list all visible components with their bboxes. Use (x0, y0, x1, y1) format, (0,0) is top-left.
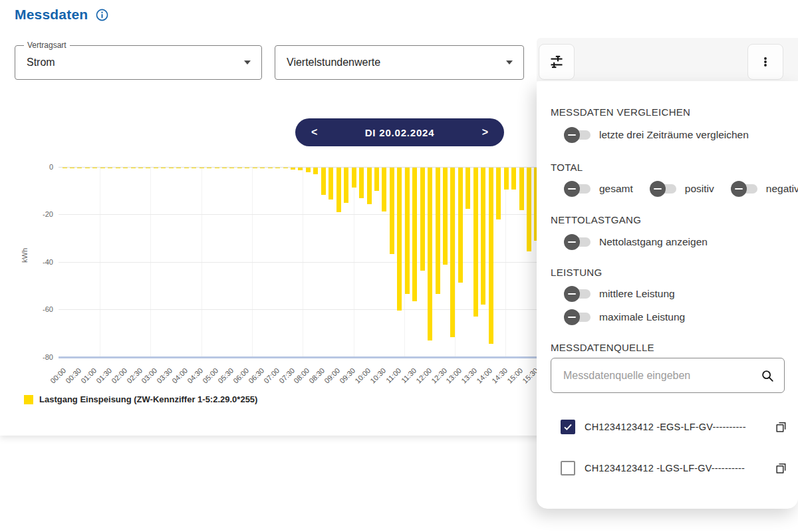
chart-bar[interactable] (420, 168, 425, 271)
chart-bar[interactable] (253, 168, 257, 168)
chart-bar[interactable] (436, 168, 440, 295)
chart-bar[interactable] (443, 168, 448, 265)
chart-bar[interactable] (466, 168, 470, 209)
y-tick-label: -60 (31, 305, 53, 313)
chart-bar[interactable] (321, 168, 326, 195)
chart-bar[interactable] (382, 168, 386, 211)
chart-bar[interactable] (291, 168, 295, 170)
more-options-button[interactable] (747, 44, 783, 80)
chart-bar[interactable] (283, 168, 288, 168)
chart-bar[interactable] (397, 168, 402, 311)
chart-bar[interactable] (527, 168, 531, 252)
toggle-row-mittlere-leistung[interactable]: mittlere Leistung (564, 286, 675, 302)
toggle-row-nettolastgang-anzeigen[interactable]: Nettolastgang anzeigen (564, 234, 708, 250)
chart-bar[interactable] (85, 168, 90, 168)
toggle-row-maximale-leistung[interactable]: maximale Leistung (564, 309, 685, 325)
chart-bar[interactable] (458, 168, 463, 283)
chart-bar[interactable] (245, 168, 249, 168)
y-tick-label: -80 (31, 353, 53, 361)
messdaten-page: Messdaten Vertragsart Strom Viertelstund… (0, 0, 798, 532)
toggle-switch-icon[interactable] (564, 181, 591, 197)
toggle-row-positiv[interactable]: positiv (650, 181, 714, 197)
chart-bar[interactable] (100, 168, 105, 168)
chart-bar[interactable] (92, 168, 97, 168)
toggle-switch-icon[interactable] (650, 181, 676, 197)
chart-bar[interactable] (481, 168, 485, 305)
source-label: CH1234123412 -LGS-LF-GV---------- (585, 463, 774, 473)
chart-bar[interactable] (108, 168, 112, 168)
chart-bar[interactable] (352, 168, 356, 188)
chart-bar[interactable] (275, 168, 280, 168)
chart-bar[interactable] (428, 168, 432, 341)
chart-bar[interactable] (154, 168, 158, 168)
chart-bar[interactable] (237, 168, 242, 168)
chart-bar[interactable] (123, 168, 128, 168)
page-title: Messdaten (15, 7, 88, 23)
chart-bar[interactable] (229, 168, 234, 168)
chart-bar[interactable] (511, 168, 516, 190)
chart-bar[interactable] (306, 168, 311, 172)
toggle-switch-icon[interactable] (564, 286, 591, 302)
copy-icon[interactable] (774, 420, 787, 434)
chart-bar[interactable] (412, 168, 417, 302)
chart-bar[interactable] (215, 168, 219, 168)
interval-select[interactable]: Viertelstundenwerte (275, 45, 524, 80)
chart-bar[interactable] (116, 168, 120, 168)
toggle-row-letzte-drei-zeitraeume[interactable]: letzte drei Zeiträume vergleichen (564, 127, 749, 143)
messdatenquelle-search-input[interactable] (562, 369, 751, 382)
next-day-button[interactable]: > (482, 127, 488, 138)
toggle-switch-icon[interactable] (731, 181, 757, 197)
current-date-label: DI 20.02.2024 (365, 127, 435, 138)
chart-bar[interactable] (359, 168, 364, 198)
chart-bar[interactable] (192, 168, 196, 168)
chart-bar[interactable] (146, 168, 150, 168)
chart-bar[interactable] (367, 168, 372, 204)
chart-bar[interactable] (336, 168, 341, 213)
chart-bar[interactable] (489, 168, 493, 344)
toggle-switch-icon[interactable] (564, 127, 591, 143)
chart-bar[interactable] (450, 168, 455, 337)
chart-bar[interactable] (63, 168, 67, 168)
toggle-switch-icon[interactable] (564, 234, 591, 250)
copy-icon[interactable] (774, 462, 787, 475)
toggle-row-gesamt[interactable]: gesamt (564, 181, 633, 197)
chart-bar[interactable] (131, 168, 136, 168)
search-icon[interactable] (760, 368, 775, 383)
chart-bar[interactable] (374, 168, 379, 192)
chart-bar[interactable] (77, 168, 82, 168)
toggle-label: letzte drei Zeiträume vergleichen (599, 129, 749, 141)
chart-bar[interactable] (138, 168, 143, 168)
chart-bar[interactable] (169, 168, 174, 168)
chart-bar[interactable] (313, 168, 318, 175)
chart-bar[interactable] (405, 168, 410, 295)
info-icon[interactable] (95, 8, 109, 22)
source-checkbox[interactable] (561, 420, 575, 434)
chart-bar[interactable] (222, 168, 227, 168)
chart-bar[interactable] (329, 168, 333, 200)
chart-bar[interactable] (200, 168, 204, 168)
chart-bar[interactable] (390, 168, 394, 254)
vertragsart-select[interactable]: Vertragsart Strom (15, 45, 262, 80)
chart-bar[interactable] (260, 168, 265, 168)
chart-settings-button[interactable] (539, 44, 575, 80)
toggle-switch-icon[interactable] (564, 309, 591, 325)
chart-bar[interactable] (207, 168, 211, 168)
source-checkbox[interactable] (561, 461, 575, 475)
section-heading-messdatenquelle: MESSDATENQUELLE (551, 342, 654, 353)
source-list-item: CH1234123412 -EGS-LF-GV---------- (561, 420, 787, 434)
chart-legend: Lastgang Einspeisung (ZW-Kennziffer 1-5:… (24, 394, 257, 404)
check-icon (563, 422, 573, 432)
chart-bar[interactable] (176, 168, 181, 168)
chart-bar[interactable] (298, 168, 303, 171)
toggle-row-negativ[interactable]: negativ (731, 181, 798, 197)
chart-bar[interactable] (496, 168, 501, 220)
prev-day-button[interactable]: < (311, 127, 317, 138)
chart-bar[interactable] (161, 168, 166, 168)
chart-bar[interactable] (519, 168, 524, 210)
chart-bar[interactable] (504, 168, 509, 190)
chart-bar[interactable] (268, 168, 273, 168)
chart-bar[interactable] (473, 168, 478, 317)
chart-bar[interactable] (70, 168, 74, 168)
chart-bar[interactable] (184, 168, 189, 168)
chart-bar[interactable] (344, 168, 348, 203)
